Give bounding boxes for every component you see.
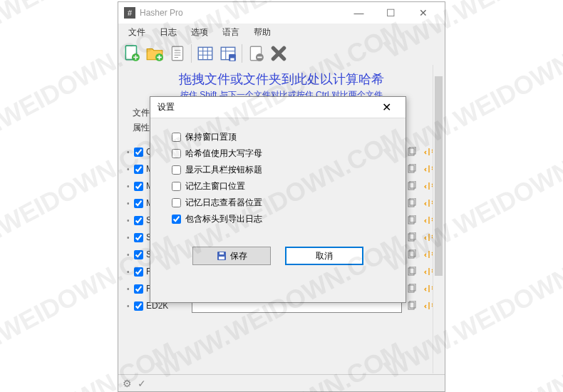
bullet-icon: • — [127, 148, 134, 156]
file-remove-icon — [247, 44, 265, 63]
option-checkbox[interactable] — [172, 215, 181, 224]
menu-options[interactable]: 选项 — [185, 25, 214, 40]
bullet-icon: • — [127, 234, 134, 242]
settings-dialog: 设置 ✕ 保持窗口置顶哈希值使用大写字母显示工具栏按钮标题记忆主窗口位置记忆日志… — [150, 96, 406, 303]
add-folder-button[interactable] — [144, 43, 165, 64]
hash-checkbox[interactable] — [134, 165, 143, 174]
svg-rect-3 — [172, 46, 182, 61]
option-label: 保持窗口置顶 — [185, 131, 237, 143]
option-label: 哈希值使用大写字母 — [185, 148, 262, 160]
close-button[interactable]: ✕ — [407, 3, 439, 23]
settings-option: 记忆主窗口位置 — [172, 180, 384, 192]
document-icon — [168, 44, 187, 63]
gear-icon[interactable]: ⚙ — [123, 378, 132, 389]
file-add-icon — [123, 44, 141, 63]
copy-icon[interactable] — [405, 196, 419, 210]
copy-icon[interactable] — [405, 179, 419, 193]
hash-checkbox[interactable] — [134, 233, 143, 242]
settings-option: 哈希值使用大写字母 — [172, 148, 384, 160]
copy-icon[interactable] — [405, 230, 419, 244]
scrollbar-thumb[interactable] — [435, 76, 443, 276]
copy-icon[interactable] — [405, 162, 419, 176]
bullet-icon: • — [127, 251, 134, 259]
table-icon — [196, 44, 215, 63]
svg-rect-7 — [230, 58, 234, 61]
maximize-button[interactable]: ☐ — [375, 3, 407, 23]
bullet-icon: • — [127, 165, 134, 173]
bullet-icon: • — [127, 200, 134, 207]
check-icon[interactable]: ✓ — [138, 378, 146, 389]
option-checkbox[interactable] — [172, 198, 181, 207]
cancel-button[interactable]: 取消 — [285, 247, 363, 265]
bullet-icon: • — [127, 217, 134, 225]
menu-help[interactable]: 帮助 — [248, 25, 277, 40]
copy-icon[interactable] — [405, 264, 419, 279]
minimize-button[interactable]: — — [343, 3, 375, 23]
hash-checkbox[interactable] — [134, 148, 143, 157]
option-label: 记忆主窗口位置 — [185, 180, 245, 192]
toolbar-separator — [242, 44, 242, 63]
settings-option: 保持窗口置顶 — [172, 131, 384, 143]
hash-checkbox[interactable] — [134, 284, 143, 294]
option-checkbox[interactable] — [172, 149, 181, 158]
table-button[interactable] — [195, 43, 216, 64]
hash-checkbox[interactable] — [134, 250, 143, 259]
titlebar: # Hasher Pro — ☐ ✕ — [118, 2, 445, 24]
toolbar — [118, 41, 445, 66]
document-button[interactable] — [167, 43, 188, 64]
copy-icon[interactable] — [405, 247, 419, 262]
drop-hint-main: 拖拽文件或文件夹到此处以计算哈希 — [118, 71, 445, 88]
copy-icon[interactable] — [405, 145, 419, 159]
copy-icon[interactable] — [405, 213, 419, 227]
svg-rect-4 — [198, 47, 212, 59]
settings-option: 记忆日志查看器位置 — [172, 197, 384, 209]
option-label: 显示工具栏按钮标题 — [185, 164, 262, 176]
table-save-button[interactable] — [217, 43, 239, 64]
menu-log[interactable]: 日志 — [154, 25, 182, 40]
delete-button[interactable] — [268, 43, 289, 64]
cancel-button-label: 取消 — [316, 250, 333, 262]
svg-rect-32 — [219, 252, 224, 254]
dialog-body: 保持窗口置顶哈希值使用大写字母显示工具栏按钮标题记忆主窗口位置记忆日志查看器位置… — [150, 118, 406, 237]
save-icon — [216, 250, 227, 262]
window-title: Hasher Pro — [140, 8, 343, 18]
save-button-label: 保存 — [230, 250, 247, 262]
bullet-icon: • — [127, 182, 134, 190]
hash-checkbox[interactable] — [134, 216, 143, 225]
bullet-icon: • — [127, 268, 134, 276]
dialog-close-button[interactable]: ✕ — [374, 98, 398, 118]
save-button[interactable]: 保存 — [192, 247, 271, 265]
folder-add-icon — [145, 44, 164, 63]
menubar: 文件 日志 选项 语言 帮助 — [118, 24, 445, 41]
app-icon: # — [124, 7, 135, 19]
dialog-title: 设置 — [157, 101, 374, 113]
svg-rect-31 — [219, 257, 224, 259]
bullet-icon: • — [127, 302, 134, 310]
remove-button[interactable] — [245, 43, 267, 64]
toolbar-separator — [191, 44, 192, 63]
hash-checkbox[interactable] — [134, 182, 143, 191]
option-label: 记忆日志查看器位置 — [185, 197, 262, 209]
dialog-titlebar: 设置 ✕ — [150, 97, 406, 118]
delete-x-icon — [269, 44, 288, 63]
option-checkbox[interactable] — [172, 182, 181, 191]
add-file-button[interactable] — [121, 43, 143, 64]
statusbar: ⚙ ✓ — [118, 374, 445, 391]
option-checkbox[interactable] — [172, 165, 181, 175]
hash-checkbox[interactable] — [134, 267, 143, 277]
menu-file[interactable]: 文件 — [123, 25, 151, 40]
scrollbar[interactable] — [433, 65, 444, 373]
settings-option: 包含标头到导出日志 — [172, 213, 384, 225]
bullet-icon: • — [127, 285, 134, 293]
settings-option: 显示工具栏按钮标题 — [172, 164, 384, 176]
copy-icon[interactable] — [405, 282, 419, 296]
hash-checkbox[interactable] — [134, 199, 143, 208]
hash-checkbox[interactable] — [134, 301, 143, 311]
option-checkbox[interactable] — [172, 133, 181, 142]
menu-language[interactable]: 语言 — [217, 25, 245, 40]
table-save-icon — [219, 44, 237, 63]
option-label: 包含标头到导出日志 — [185, 213, 262, 225]
copy-icon[interactable] — [405, 299, 419, 313]
